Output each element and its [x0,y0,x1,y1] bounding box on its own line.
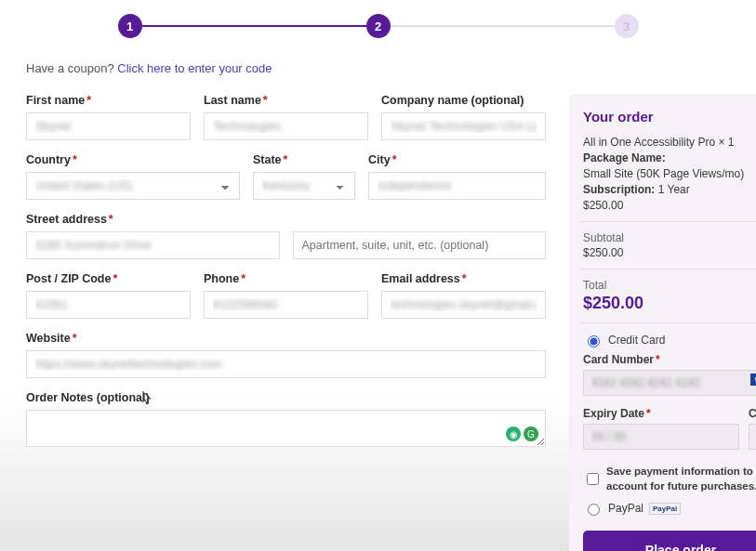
cardnum-label: Card Number* [583,353,756,366]
notes-textarea[interactable] [26,410,546,447]
cvv-input[interactable] [749,424,756,450]
subtotal-label: Subtotal [583,231,756,244]
place-order-button[interactable]: Place order [583,531,756,551]
cvv-label: CVV* [749,407,756,420]
subtotal-value: $250.00 [583,246,756,259]
save-payment-check[interactable]: Save payment information to my account f… [583,465,756,493]
city-input[interactable] [368,172,546,200]
step-2: 2 [366,14,391,38]
first-name-input[interactable] [26,112,191,140]
apt-input[interactable] [293,231,547,259]
country-select[interactable]: United States (US) [26,172,240,200]
country-label: Country* [26,153,240,166]
visa-badge: VISA [750,374,756,386]
paypal-radio[interactable]: PayPal PayPal [583,501,756,516]
cursor-icon [142,391,153,408]
street-label: Street address* [26,213,546,226]
zip-label: Post / ZIP Code* [26,272,191,285]
last-name-label: Last name* [204,94,368,107]
coupon-text: Have a coupon? [26,61,117,75]
paypal-label: PayPal [608,502,643,515]
cardnum-input[interactable] [583,370,756,396]
creditcard-radio-input[interactable] [588,335,600,348]
state-select[interactable]: Kentucky [253,172,355,200]
paypal-badge: PayPal [649,503,681,515]
total-label: Total [583,279,756,292]
website-input[interactable] [26,350,546,378]
zip-input[interactable] [26,291,191,319]
creditcard-label: Credit Card [608,334,665,347]
coupon-notice: Have a coupon? Click here to enter your … [26,61,730,75]
grammarly-icon-2[interactable]: G [524,426,538,441]
sub-label: Subscription: [583,183,655,196]
step-bar-2 [391,25,615,27]
notes-label: Order Notes (optional) [26,391,546,404]
paypal-radio-input[interactable] [588,504,600,516]
coupon-link[interactable]: Click here to enter your code [117,61,272,75]
grammarly-icon-1[interactable]: ◉ [506,426,521,441]
pkg-value: Small Site (50K Page Views/mo) [583,167,756,180]
item-price: $250.00 [583,199,756,212]
order-summary: Your order All in One Accessibility Pro … [569,94,756,551]
expiry-input[interactable] [583,424,739,450]
email-input[interactable] [381,291,546,319]
billing-form: First name* Last name* Company name (opt… [26,94,546,551]
checkout-stepper: 1 2 3 [118,9,639,38]
save-payment-label: Save payment information to my account f… [606,465,756,493]
city-label: City* [368,153,546,166]
company-label: Company name (optional) [381,94,546,107]
company-input[interactable] [381,112,546,140]
creditcard-radio[interactable]: Credit Card [583,333,756,348]
website-label: Website* [26,332,546,345]
last-name-input[interactable] [204,112,368,140]
phone-label: Phone* [204,272,368,285]
expiry-label: Expiry Date* [583,407,739,420]
phone-input[interactable] [204,291,368,319]
pkg-label: Package Name: [583,151,666,164]
state-label: State* [253,153,355,166]
email-label: Email address* [381,272,546,285]
street-input[interactable] [26,231,280,259]
total-value: $250.00 [583,294,756,313]
step-1: 1 [118,14,142,38]
save-payment-checkbox[interactable] [587,467,599,491]
first-name-label: First name* [26,94,191,107]
step-bar-1 [142,25,366,27]
sub-value: 1 Year [658,183,690,196]
order-title: Your order [583,109,756,125]
step-3: 3 [615,14,639,38]
order-item: All in One Accessibility Pro × 1 [583,136,756,149]
